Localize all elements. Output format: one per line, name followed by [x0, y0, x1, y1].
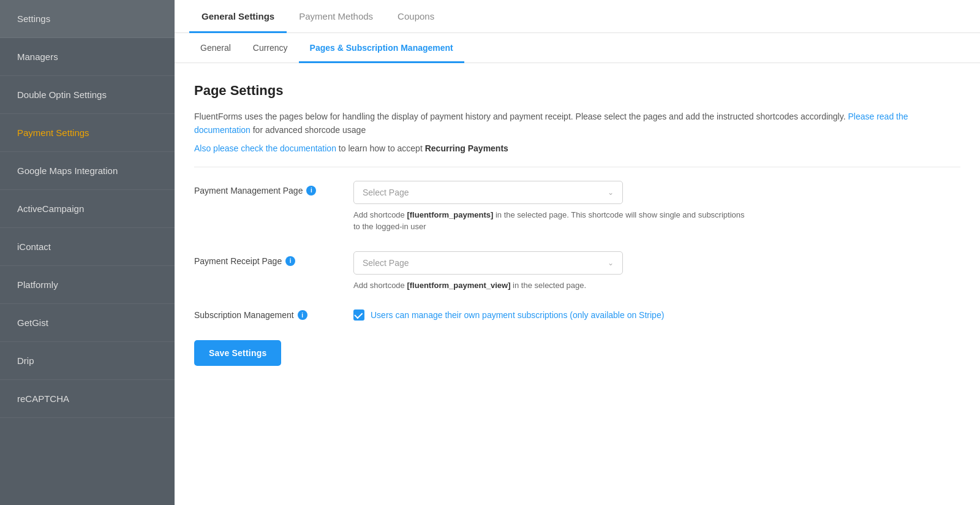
doc-link2-suffix: to learn how to accept — [336, 143, 425, 153]
top-tab-payment-methods[interactable]: Payment Methods — [287, 0, 385, 33]
page-content: Page Settings FluentForms uses the pages… — [175, 63, 980, 505]
sidebar-item-double-optin[interactable]: Double Optin Settings — [0, 76, 175, 114]
subscription-label: Subscription Management — [194, 310, 294, 320]
doc-link-suffix: for advanced shorcode usage — [251, 125, 366, 135]
sidebar-item-getgist[interactable]: GetGist — [0, 304, 175, 342]
sub-tab-pages-subscription[interactable]: Pages & Subscription Management — [299, 33, 464, 63]
subscription-checkbox[interactable] — [353, 309, 364, 321]
sidebar-item-icontact[interactable]: iContact — [0, 228, 175, 266]
section-divider — [194, 167, 960, 167]
payment-receipt-control: Select Page ⌄ Add shortcode [fluentform_… — [353, 251, 960, 292]
recurring-description: Also please check the documentation to l… — [194, 143, 960, 153]
payment-management-control: Select Page ⌄ Add shortcode [fluentform_… — [353, 181, 960, 233]
subscription-control: Users can manage their own payment subsc… — [353, 309, 664, 321]
payment-management-placeholder: Select Page — [363, 188, 409, 197]
subscription-info-icon[interactable]: i — [298, 310, 307, 320]
page-description: FluentForms uses the pages below for han… — [194, 110, 960, 137]
subscription-row: Subscription Management i Users can mana… — [194, 309, 960, 321]
shortcode-2: [fluentform_payment_view] — [407, 281, 510, 290]
payment-management-info-icon[interactable]: i — [306, 186, 316, 196]
doc-link-2[interactable]: Also please check the documentation — [194, 143, 336, 153]
chevron-down-icon-2: ⌄ — [608, 259, 614, 267]
sidebar-item-managers[interactable]: Managers — [0, 38, 175, 76]
chevron-down-icon: ⌄ — [608, 188, 614, 197]
recurring-text: Recurring Payments — [425, 143, 508, 153]
help-suffix-2: in the selected page. — [511, 281, 587, 290]
payment-receipt-select[interactable]: Select Page ⌄ — [353, 251, 623, 275]
sidebar-item-activecampaign[interactable]: ActiveCampaign — [0, 190, 175, 228]
sidebar-item-settings[interactable]: Settings — [0, 0, 175, 38]
help-prefix-2: Add shortcode — [353, 281, 407, 290]
save-settings-button[interactable]: Save Settings — [194, 340, 281, 366]
payment-receipt-label-col: Payment Receipt Page i — [194, 251, 353, 266]
subscription-text: Users can manage their own payment subsc… — [371, 310, 664, 320]
sidebar-item-platformly[interactable]: Platformly — [0, 266, 175, 304]
payment-management-label: Payment Management Page — [194, 186, 303, 196]
payment-management-label-col: Payment Management Page i — [194, 181, 353, 196]
sub-tab-general[interactable]: General — [189, 33, 242, 63]
sub-tabs-bar: GeneralCurrencyPages & Subscription Mana… — [175, 33, 980, 63]
payment-receipt-info-icon[interactable]: i — [285, 256, 295, 266]
sub-tab-currency[interactable]: Currency — [242, 33, 299, 63]
payment-management-select[interactable]: Select Page ⌄ — [353, 181, 623, 204]
top-tab-general-settings[interactable]: General Settings — [189, 0, 287, 33]
payment-receipt-help: Add shortcode [fluentform_payment_view] … — [353, 279, 752, 292]
main-content: General SettingsPayment MethodsCoupons G… — [175, 0, 980, 505]
shortcode-1: [fluentform_payments] — [407, 210, 493, 219]
sidebar-item-drip[interactable]: Drip — [0, 342, 175, 380]
sidebar-item-recaptcha[interactable]: reCAPTCHA — [0, 380, 175, 418]
top-tabs-bar: General SettingsPayment MethodsCoupons — [175, 0, 980, 33]
sidebar: SettingsManagersDouble Optin SettingsPay… — [0, 0, 175, 505]
sidebar-item-payment-settings[interactable]: Payment Settings — [0, 114, 175, 152]
description-text: FluentForms uses the pages below for han… — [194, 112, 846, 121]
payment-receipt-placeholder: Select Page — [363, 258, 409, 268]
subscription-label-col: Subscription Management i — [194, 310, 353, 320]
top-tab-coupons[interactable]: Coupons — [385, 0, 447, 33]
help-prefix-1: Add shortcode — [353, 210, 407, 219]
payment-management-row: Payment Management Page i Select Page ⌄ … — [194, 181, 960, 233]
payment-receipt-label: Payment Receipt Page — [194, 256, 282, 266]
payment-management-help: Add shortcode [fluentform_payments] in t… — [353, 209, 752, 233]
payment-receipt-row: Payment Receipt Page i Select Page ⌄ Add… — [194, 251, 960, 292]
page-title: Page Settings — [194, 83, 960, 99]
sidebar-item-google-maps[interactable]: Google Maps Integration — [0, 152, 175, 190]
